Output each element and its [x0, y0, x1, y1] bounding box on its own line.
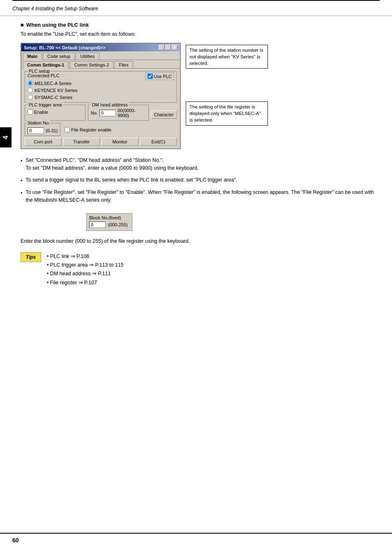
enable-checkbox[interactable] [28, 109, 33, 115]
use-plc-checkbox[interactable] [148, 74, 153, 79]
intro-text: To enable the "Use PLC", set each item a… [21, 31, 376, 37]
station-no-group: Station No. (0-31) [25, 123, 60, 136]
tips-section: Tips PLC link ⇒ P.106 PLC trigger area ⇒… [21, 252, 376, 287]
radio-keyence[interactable]: KEYENCE KV Series [28, 88, 174, 93]
close-button[interactable]: ✕ [172, 45, 178, 50]
monitor-button[interactable]: Monitor [101, 138, 138, 146]
bullet-3: • To use "File Register", set "File Regi… [21, 189, 376, 204]
tips-item-3: DM head address ⇒ P.111 [47, 269, 124, 278]
chapter-header: Chapter 4 Installing the Setup Software [0, 3, 392, 16]
enable-checkbox-label[interactable]: Enable [28, 109, 83, 115]
radio-sysmac[interactable]: SYSMAC-C Series [28, 94, 174, 100]
annotation-top: The setting of the station number is not… [186, 45, 268, 69]
page-container: Chapter 4 Installing the Setup Software … [0, 0, 392, 555]
block-no-dialog: Block No.(fixed) (000-255) [86, 213, 132, 231]
bullet-2: • To send a trigger signal to the BL ser… [21, 176, 376, 185]
file-register-row: File Register enable [63, 123, 177, 132]
annotation-top-text: The setting of the station number is not… [189, 48, 263, 66]
dm-input-row: No. 00(0000-9900) [91, 108, 146, 118]
bullet-text-2: To send a trigger signal to the BL serie… [25, 176, 237, 184]
plc-trigger-group: PLC trigger area Enable [25, 105, 85, 121]
tips-item-1: PLC link ⇒ P.106 [47, 252, 124, 261]
plc-setup-label: PLC setup [28, 69, 51, 74]
dialog-titlebar: Setup: BL-700 << Default (changed)>> _ □… [21, 44, 180, 51]
file-register-checkbox[interactable] [65, 127, 70, 132]
annotation-spacer [186, 77, 268, 93]
tips-item-2: PLC trigger area ⇒ P.113 to 115 [47, 261, 124, 269]
annotation-bottom: The setting of the file register is disp… [186, 101, 268, 125]
plc-trigger-label: PLC trigger area [28, 102, 63, 107]
tips-list: PLC link ⇒ P.106 PLC trigger area ⇒ P.11… [47, 252, 124, 287]
annotation-bottom-text: The setting of the file register is disp… [189, 104, 261, 122]
screenshot-area: Setup: BL-700 << Default (changed)>> _ □… [21, 43, 376, 149]
use-plc-checkbox-container: Use PLC [145, 72, 174, 80]
dialog-tabs-row2: Comm Settings-1 Comm Settings-2 Files [21, 60, 180, 69]
plc-setup-group: PLC setup Use PLC Connected PLC MELSEC-A… [25, 71, 177, 103]
file-register-label[interactable]: File Register enable [65, 127, 111, 132]
character-btn-container: Character [151, 105, 177, 123]
bullet-dot-2: • [21, 177, 22, 185]
page-footer: 60 [0, 533, 392, 547]
block-no-input[interactable] [89, 221, 106, 228]
tab-comm-settings-2[interactable]: Comm Settings-2 [69, 61, 113, 68]
character-button[interactable]: Character [151, 111, 177, 119]
titlebar-buttons: _ □ ✕ [159, 45, 178, 50]
page-number: 60 [12, 537, 19, 543]
bullet-section: • Set "Connected PLC", "DM head address"… [21, 157, 376, 204]
top-rule [12, 0, 380, 3]
block-no-description: Enter the block number (000 to 255) of t… [21, 238, 376, 244]
block-no-range: (000-255) [108, 222, 128, 227]
station-no-label: Station No. [27, 120, 51, 125]
tips-badge: Tips [21, 252, 41, 262]
tips-item-4: File register ⇒ P.107 [47, 279, 124, 287]
dm-head-label: DM head address [91, 102, 129, 107]
dm-head-group: DM head address No. 00(0000-9900) [88, 105, 149, 121]
dialog-box: Setup: BL-700 << Default (changed)>> _ □… [21, 43, 181, 149]
bullet-text-1: Set "Connected PLC", "DM head address" a… [25, 157, 198, 172]
radio-melsec[interactable]: MELSEC-A Series [28, 81, 174, 86]
tab-code-setup[interactable]: Code setup [43, 53, 75, 60]
bullet-text-3: To use "File Register", set "File Regist… [25, 189, 376, 204]
tab-main[interactable]: Main [23, 53, 42, 60]
maximize-button[interactable]: □ [165, 45, 171, 50]
bullet-dot-3: • [21, 189, 22, 197]
exit-button[interactable]: Exit(C) [140, 138, 177, 146]
block-no-header: Block No.(fixed) [89, 215, 121, 220]
com-port-button[interactable]: Com port [25, 138, 62, 146]
chapter-title: Chapter 4 Installing the Setup Software [12, 6, 98, 12]
station-no-row: (0-31) [28, 127, 58, 134]
bullet-dot-1: • [21, 157, 22, 165]
transfer-button[interactable]: Transfer [63, 138, 100, 146]
tab-utilities[interactable]: Utilities [76, 53, 99, 60]
station-no-input[interactable] [28, 127, 44, 134]
side-tab-number: 4 [0, 127, 12, 147]
main-content: When using the PLC link To enable the "U… [0, 16, 392, 295]
bottom-buttons-row: Com port Transfer Monitor Exit(C) [25, 138, 177, 146]
tab-files[interactable]: Files [114, 61, 133, 68]
dialog-title: Setup: BL-700 << Default (changed)>> [24, 45, 106, 50]
plc-radio-group: MELSEC-A Series KEYENCE KV Series SYSMAC… [28, 80, 174, 100]
bullet-1: • Set "Connected PLC", "DM head address"… [21, 157, 376, 172]
dm-no-input[interactable] [99, 110, 116, 116]
station-file-row: Station No. (0-31) File Register enable [25, 123, 177, 136]
block-no-label: Block No.(fixed) [89, 215, 128, 220]
annotations: The setting of the station number is not… [186, 43, 268, 126]
minimize-button[interactable]: _ [159, 45, 164, 50]
use-plc-label: Use PLC [154, 74, 172, 79]
dialog-content: PLC setup Use PLC Connected PLC MELSEC-A… [21, 69, 180, 148]
tab-comm-settings-1[interactable]: Comm Settings-1 [23, 61, 69, 69]
section-heading: When using the PLC link [21, 22, 376, 28]
dialog-tabs: Main Code setup Utilities [21, 51, 180, 60]
block-no-row: (000-255) [89, 221, 128, 228]
